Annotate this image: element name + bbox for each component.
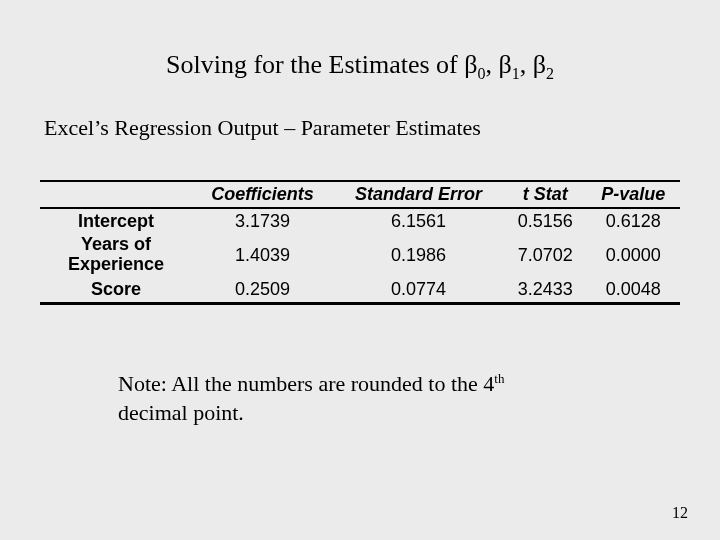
row-label: Years ofExperience [40, 233, 192, 277]
title-sep1: , [486, 50, 499, 79]
table-header-row: Coefficients Standard Error t Stat P-val… [40, 181, 680, 208]
regression-table: Coefficients Standard Error t Stat P-val… [40, 180, 680, 305]
cell-coef: 1.4039 [192, 233, 333, 277]
col-pvalue: P-value [586, 181, 680, 208]
beta-sub-0: 0 [478, 65, 486, 82]
cell-t: 7.0702 [504, 233, 586, 277]
note-post: decimal point. [118, 400, 244, 425]
beta-symbol: β [533, 50, 546, 79]
beta-sub-2: 2 [546, 65, 554, 82]
note-sup: th [494, 371, 504, 386]
title-sep2: , [520, 50, 533, 79]
table-bottom-rule [40, 302, 680, 304]
beta-symbol: β [499, 50, 512, 79]
row-label: Score [40, 277, 192, 302]
cell-se: 0.1986 [333, 233, 504, 277]
cell-coef: 3.1739 [192, 208, 333, 234]
beta-sub-1: 1 [512, 65, 520, 82]
col-blank [40, 181, 192, 208]
footnote: Note: All the numbers are rounded to the… [118, 370, 578, 427]
subtitle: Excel’s Regression Output – Parameter Es… [44, 115, 481, 141]
cell-se: 0.0774 [333, 277, 504, 302]
col-coefficients: Coefficients [192, 181, 333, 208]
cell-p: 0.0000 [586, 233, 680, 277]
table-row: Years ofExperience 1.4039 0.1986 7.0702 … [40, 233, 680, 277]
page-title: Solving for the Estimates of β0, β1, β2 [0, 50, 720, 83]
title-pre: Solving for the Estimates of [166, 50, 464, 79]
cell-coef: 0.2509 [192, 277, 333, 302]
cell-t: 3.2433 [504, 277, 586, 302]
cell-p: 0.6128 [586, 208, 680, 234]
page-number: 12 [672, 504, 688, 522]
cell-se: 6.1561 [333, 208, 504, 234]
col-stderr: Standard Error [333, 181, 504, 208]
slide: Solving for the Estimates of β0, β1, β2 … [0, 0, 720, 540]
note-pre: Note: All the numbers are rounded to the… [118, 371, 494, 396]
table-row: Score 0.2509 0.0774 3.2433 0.0048 [40, 277, 680, 302]
cell-t: 0.5156 [504, 208, 586, 234]
cell-p: 0.0048 [586, 277, 680, 302]
row-label-text: Years ofExperience [68, 234, 164, 274]
row-label: Intercept [40, 208, 192, 234]
table-row: Intercept 3.1739 6.1561 0.5156 0.6128 [40, 208, 680, 234]
beta-symbol: β [464, 50, 477, 79]
col-tstat: t Stat [504, 181, 586, 208]
